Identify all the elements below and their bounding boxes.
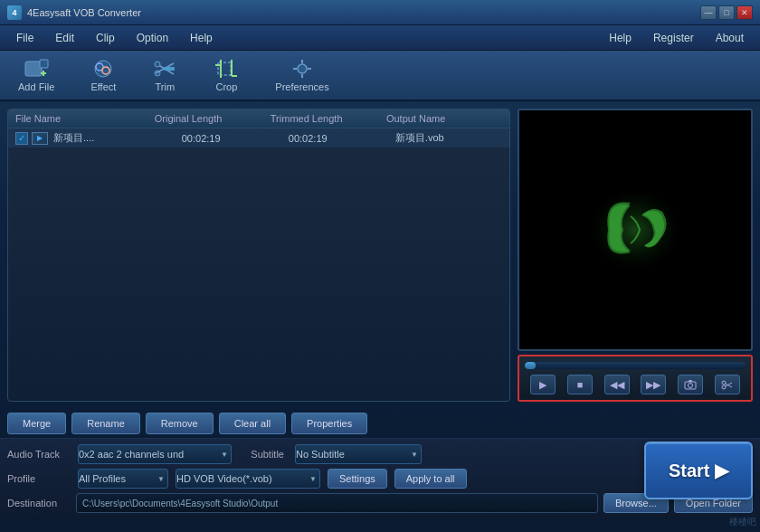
settings-button[interactable]: Settings (328, 469, 387, 489)
start-label: Start ▶ (669, 460, 728, 481)
seek-progress (525, 362, 536, 369)
play-button[interactable]: ▶ (530, 375, 556, 394)
file-trimmed-length: 00:02:19 (289, 133, 395, 144)
format-select-wrap: HD VOB Video(*.vob) (176, 469, 320, 489)
file-list-body: ✓ ▶ 新项目.... 00:02:19 00:02:19 新项目.vob (8, 128, 509, 401)
start-button[interactable]: Start ▶ (644, 442, 753, 499)
add-file-icon (24, 58, 49, 80)
app-title: 4Easysaft VOB Converter (27, 7, 141, 18)
preview-logo (519, 110, 751, 349)
file-thumbnail: ▶ (32, 132, 48, 145)
file-output-name: 新项目.vob (395, 131, 502, 145)
trim-button[interactable]: Trim (143, 54, 186, 96)
subtitle-label: Subtitle (239, 449, 284, 460)
add-file-button[interactable]: Add File (9, 54, 63, 96)
maximize-button[interactable]: □ (718, 5, 735, 20)
title-bar: 4 4Easysaft VOB Converter — □ ✕ (0, 0, 760, 25)
snapshot-button[interactable] (678, 375, 703, 394)
clip-button[interactable] (715, 375, 740, 394)
title-controls: — □ ✕ (700, 5, 753, 20)
add-file-label: Add File (18, 81, 54, 92)
menu-help[interactable]: Help (181, 29, 222, 47)
col-trimmed: Trimmed Length (271, 113, 386, 124)
title-bar-left: 4 4Easysaft VOB Converter (7, 5, 141, 20)
preferences-label: Preferences (275, 81, 328, 92)
profile-select-wrap: All Profiles (78, 469, 168, 489)
table-row[interactable]: ✓ ▶ 新项目.... 00:02:19 00:02:19 新项目.vob (8, 128, 509, 147)
preferences-button[interactable]: Preferences (266, 54, 337, 96)
destination-path: C:\Users\pc\Documents\4Easysoft Studio\O… (76, 493, 598, 513)
file-list-container: File Name Original Length Trimmed Length… (7, 109, 510, 402)
subtitle-select-wrap: No Subtitle (295, 444, 422, 464)
profile-row: Profile All Profiles HD VOB Video(*.vob)… (7, 469, 753, 489)
menu-clip[interactable]: Clip (87, 29, 124, 47)
profile-select[interactable]: All Profiles (78, 469, 168, 489)
subtitle-select[interactable]: No Subtitle (295, 444, 422, 464)
clear-all-button[interactable]: Clear all (219, 413, 286, 434)
svg-rect-0 (25, 62, 42, 76)
svg-point-26 (688, 384, 692, 388)
profile-label: Profile (7, 473, 71, 484)
destination-label: Destination (7, 498, 71, 508)
menu-right-register[interactable]: Register (644, 29, 703, 47)
stop-button[interactable]: ■ (567, 375, 593, 394)
svg-rect-12 (164, 67, 175, 71)
app-icon: 4 (7, 5, 22, 20)
file-list-header: File Name Original Length Trimmed Length… (8, 109, 509, 128)
audio-subtitle-row: Audio Track 0x2 aac 2 channels und Subti… (7, 444, 753, 464)
menu-right: Help Register About (600, 29, 753, 47)
effect-button[interactable]: Effect (81, 54, 125, 96)
effect-label: Effect (90, 81, 116, 92)
apply-all-button[interactable]: Apply to all (394, 469, 467, 489)
col-output: Output Name (386, 113, 502, 124)
preview-video (518, 109, 753, 351)
menu-right-about[interactable]: About (707, 29, 753, 47)
audio-track-select[interactable]: 0x2 aac 2 channels und (78, 444, 232, 464)
preview-panel: ▶ ■ ◀◀ ▶▶ (518, 109, 753, 402)
svg-point-24 (590, 189, 680, 271)
toolbar: Add File Effect Trim (0, 51, 760, 101)
remove-button[interactable]: Remove (146, 413, 214, 434)
menu-right-help[interactable]: Help (600, 29, 641, 47)
file-name: 新项目.... (53, 131, 182, 145)
trim-icon (152, 58, 177, 80)
col-original: Original Length (155, 113, 271, 124)
menu-file[interactable]: File (7, 29, 43, 47)
rename-button[interactable]: Rename (71, 413, 140, 434)
audio-track-label: Audio Track (7, 449, 71, 460)
minimize-button[interactable]: — (700, 5, 717, 20)
main-content: File Name Original Length Trimmed Length… (0, 101, 760, 409)
svg-rect-2 (40, 60, 48, 68)
properties-button[interactable]: Properties (291, 413, 367, 434)
crop-icon (214, 58, 239, 80)
preferences-icon (290, 58, 315, 80)
format-select[interactable]: HD VOB Video(*.vob) (176, 469, 320, 489)
merge-button[interactable]: Merge (7, 413, 66, 434)
action-bar: Merge Rename Remove Clear all Properties (0, 409, 760, 438)
close-button[interactable]: ✕ (736, 5, 753, 20)
control-buttons: ▶ ■ ◀◀ ▶▶ (525, 375, 746, 394)
file-checkbox[interactable]: ✓ (15, 132, 28, 145)
forward-button[interactable]: ▶▶ (641, 375, 666, 394)
effect-icon (90, 58, 116, 80)
menu-option[interactable]: Option (128, 29, 177, 47)
audio-track-select-wrap: 0x2 aac 2 channels und (78, 444, 232, 464)
crop-button[interactable]: Crop (204, 54, 248, 96)
trim-label: Trim (156, 81, 176, 92)
file-original-length: 00:02:19 (182, 133, 289, 144)
watermark: 楼楼吧 (729, 516, 756, 528)
seek-bar[interactable] (525, 362, 746, 369)
svg-point-9 (155, 62, 160, 67)
svg-point-18 (298, 64, 307, 73)
menu-edit[interactable]: Edit (46, 29, 83, 47)
menu-bar: File Edit Clip Option Help Help Register… (0, 25, 760, 51)
col-filename: File Name (15, 113, 155, 124)
preview-controls: ▶ ■ ◀◀ ▶▶ (518, 355, 753, 402)
destination-row: Destination C:\Users\pc\Documents\4Easys… (7, 493, 753, 513)
crop-label: Crop (215, 81, 237, 92)
rewind-button[interactable]: ◀◀ (604, 375, 630, 394)
